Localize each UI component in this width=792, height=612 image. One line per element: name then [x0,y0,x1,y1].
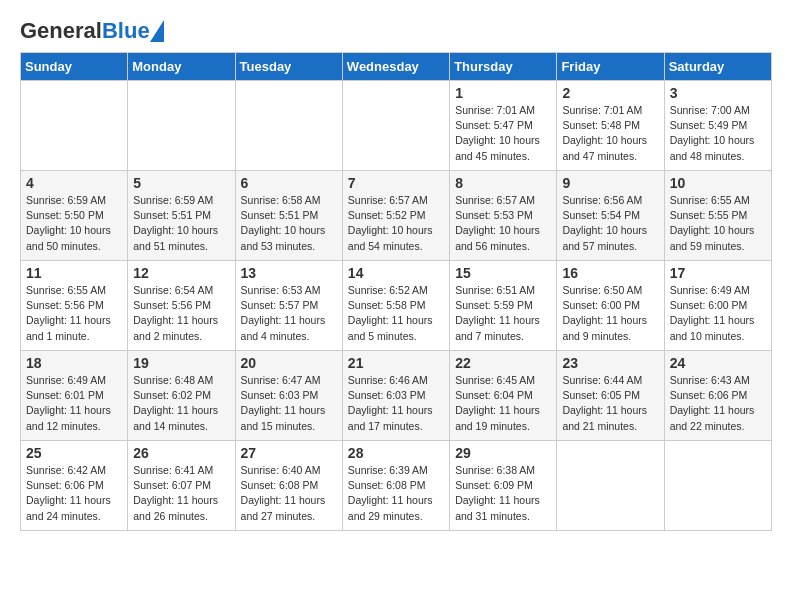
calendar-cell: 15Sunrise: 6:51 AMSunset: 5:59 PMDayligh… [450,261,557,351]
calendar-cell [21,81,128,171]
day-number: 23 [562,355,658,371]
logo-general: General [20,18,102,43]
calendar-cell: 22Sunrise: 6:45 AMSunset: 6:04 PMDayligh… [450,351,557,441]
day-info: Sunrise: 6:55 AMSunset: 5:55 PMDaylight:… [670,193,766,254]
day-number: 19 [133,355,229,371]
calendar-cell: 17Sunrise: 6:49 AMSunset: 6:00 PMDayligh… [664,261,771,351]
calendar-cell [235,81,342,171]
header-sunday: Sunday [21,53,128,81]
calendar-cell: 14Sunrise: 6:52 AMSunset: 5:58 PMDayligh… [342,261,449,351]
day-number: 25 [26,445,122,461]
header-monday: Monday [128,53,235,81]
day-info: Sunrise: 6:52 AMSunset: 5:58 PMDaylight:… [348,283,444,344]
calendar-week-row: 18Sunrise: 6:49 AMSunset: 6:01 PMDayligh… [21,351,772,441]
day-number: 29 [455,445,551,461]
day-info: Sunrise: 6:54 AMSunset: 5:56 PMDaylight:… [133,283,229,344]
calendar-cell: 5Sunrise: 6:59 AMSunset: 5:51 PMDaylight… [128,171,235,261]
day-number: 14 [348,265,444,281]
calendar-cell: 27Sunrise: 6:40 AMSunset: 6:08 PMDayligh… [235,441,342,531]
logo: GeneralBlue [20,20,164,42]
calendar-cell: 7Sunrise: 6:57 AMSunset: 5:52 PMDaylight… [342,171,449,261]
day-info: Sunrise: 6:50 AMSunset: 6:00 PMDaylight:… [562,283,658,344]
day-info: Sunrise: 6:57 AMSunset: 5:52 PMDaylight:… [348,193,444,254]
calendar-cell [557,441,664,531]
day-number: 26 [133,445,229,461]
calendar-cell: 28Sunrise: 6:39 AMSunset: 6:08 PMDayligh… [342,441,449,531]
calendar-cell [128,81,235,171]
day-number: 5 [133,175,229,191]
calendar-cell: 26Sunrise: 6:41 AMSunset: 6:07 PMDayligh… [128,441,235,531]
calendar-cell: 4Sunrise: 6:59 AMSunset: 5:50 PMDaylight… [21,171,128,261]
calendar-cell: 1Sunrise: 7:01 AMSunset: 5:47 PMDaylight… [450,81,557,171]
calendar-week-row: 1Sunrise: 7:01 AMSunset: 5:47 PMDaylight… [21,81,772,171]
day-number: 12 [133,265,229,281]
calendar-cell: 25Sunrise: 6:42 AMSunset: 6:06 PMDayligh… [21,441,128,531]
calendar-cell: 2Sunrise: 7:01 AMSunset: 5:48 PMDaylight… [557,81,664,171]
day-info: Sunrise: 6:55 AMSunset: 5:56 PMDaylight:… [26,283,122,344]
calendar-header-row: SundayMondayTuesdayWednesdayThursdayFrid… [21,53,772,81]
day-number: 11 [26,265,122,281]
day-number: 3 [670,85,766,101]
header-saturday: Saturday [664,53,771,81]
day-info: Sunrise: 6:42 AMSunset: 6:06 PMDaylight:… [26,463,122,524]
day-number: 15 [455,265,551,281]
header-friday: Friday [557,53,664,81]
day-number: 9 [562,175,658,191]
day-number: 2 [562,85,658,101]
day-info: Sunrise: 6:58 AMSunset: 5:51 PMDaylight:… [241,193,337,254]
calendar-cell: 29Sunrise: 6:38 AMSunset: 6:09 PMDayligh… [450,441,557,531]
day-number: 22 [455,355,551,371]
day-info: Sunrise: 6:49 AMSunset: 6:01 PMDaylight:… [26,373,122,434]
calendar-week-row: 11Sunrise: 6:55 AMSunset: 5:56 PMDayligh… [21,261,772,351]
calendar-cell: 19Sunrise: 6:48 AMSunset: 6:02 PMDayligh… [128,351,235,441]
calendar-cell: 9Sunrise: 6:56 AMSunset: 5:54 PMDaylight… [557,171,664,261]
day-info: Sunrise: 7:01 AMSunset: 5:48 PMDaylight:… [562,103,658,164]
calendar-cell: 24Sunrise: 6:43 AMSunset: 6:06 PMDayligh… [664,351,771,441]
calendar-cell: 12Sunrise: 6:54 AMSunset: 5:56 PMDayligh… [128,261,235,351]
day-number: 18 [26,355,122,371]
day-info: Sunrise: 6:46 AMSunset: 6:03 PMDaylight:… [348,373,444,434]
day-number: 17 [670,265,766,281]
calendar-cell: 10Sunrise: 6:55 AMSunset: 5:55 PMDayligh… [664,171,771,261]
day-number: 13 [241,265,337,281]
calendar-week-row: 25Sunrise: 6:42 AMSunset: 6:06 PMDayligh… [21,441,772,531]
page-header: GeneralBlue [20,20,772,42]
calendar-cell: 13Sunrise: 6:53 AMSunset: 5:57 PMDayligh… [235,261,342,351]
day-number: 27 [241,445,337,461]
calendar-cell [664,441,771,531]
day-number: 1 [455,85,551,101]
calendar-cell: 6Sunrise: 6:58 AMSunset: 5:51 PMDaylight… [235,171,342,261]
calendar-cell: 18Sunrise: 6:49 AMSunset: 6:01 PMDayligh… [21,351,128,441]
calendar-week-row: 4Sunrise: 6:59 AMSunset: 5:50 PMDaylight… [21,171,772,261]
day-info: Sunrise: 6:56 AMSunset: 5:54 PMDaylight:… [562,193,658,254]
day-number: 4 [26,175,122,191]
day-info: Sunrise: 6:43 AMSunset: 6:06 PMDaylight:… [670,373,766,434]
header-thursday: Thursday [450,53,557,81]
day-info: Sunrise: 6:59 AMSunset: 5:50 PMDaylight:… [26,193,122,254]
day-info: Sunrise: 6:51 AMSunset: 5:59 PMDaylight:… [455,283,551,344]
calendar-cell: 20Sunrise: 6:47 AMSunset: 6:03 PMDayligh… [235,351,342,441]
day-number: 6 [241,175,337,191]
logo-icon [150,20,164,42]
day-number: 20 [241,355,337,371]
calendar-cell: 16Sunrise: 6:50 AMSunset: 6:00 PMDayligh… [557,261,664,351]
day-info: Sunrise: 6:38 AMSunset: 6:09 PMDaylight:… [455,463,551,524]
day-info: Sunrise: 6:41 AMSunset: 6:07 PMDaylight:… [133,463,229,524]
day-info: Sunrise: 6:40 AMSunset: 6:08 PMDaylight:… [241,463,337,524]
day-number: 7 [348,175,444,191]
calendar-cell [342,81,449,171]
day-number: 24 [670,355,766,371]
logo-blue: Blue [102,18,150,43]
day-info: Sunrise: 6:45 AMSunset: 6:04 PMDaylight:… [455,373,551,434]
day-info: Sunrise: 6:47 AMSunset: 6:03 PMDaylight:… [241,373,337,434]
logo-text: GeneralBlue [20,20,150,42]
day-info: Sunrise: 7:00 AMSunset: 5:49 PMDaylight:… [670,103,766,164]
day-number: 8 [455,175,551,191]
day-info: Sunrise: 6:49 AMSunset: 6:00 PMDaylight:… [670,283,766,344]
header-wednesday: Wednesday [342,53,449,81]
day-number: 16 [562,265,658,281]
calendar-cell: 8Sunrise: 6:57 AMSunset: 5:53 PMDaylight… [450,171,557,261]
day-info: Sunrise: 7:01 AMSunset: 5:47 PMDaylight:… [455,103,551,164]
day-info: Sunrise: 6:48 AMSunset: 6:02 PMDaylight:… [133,373,229,434]
calendar-cell: 23Sunrise: 6:44 AMSunset: 6:05 PMDayligh… [557,351,664,441]
